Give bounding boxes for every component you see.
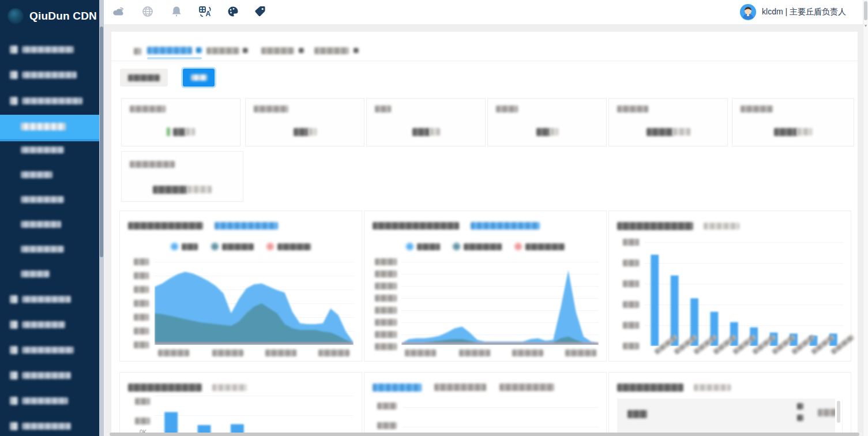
stat-card-1	[121, 98, 241, 146]
redacted-label	[21, 270, 50, 277]
redacted-card-title	[617, 106, 648, 112]
gridline	[403, 427, 599, 427]
sidebar-subitem-4[interactable]	[0, 193, 99, 216]
primary-button-focus-ring	[181, 67, 216, 88]
vertical-scrollbar[interactable]: ▼	[863, 0, 868, 436]
redacted-card-title	[375, 106, 391, 112]
redacted-chart-title	[373, 222, 459, 230]
redacted-card-title	[496, 106, 518, 112]
user-menu[interactable]: klcdm | 主要丘盾负责人	[740, 2, 846, 22]
scroll-down-arrow-icon[interactable]: ▼	[863, 24, 868, 28]
table-scrollbar-track[interactable]	[835, 399, 842, 433]
legend-marker-blue	[171, 243, 178, 250]
primary-button[interactable]	[183, 69, 215, 87]
tab-close-icon[interactable]	[299, 48, 304, 53]
plot-area-bottom-left[interactable]	[155, 396, 353, 436]
chart-card-area-left	[119, 211, 362, 362]
sidebar-item-8[interactable]	[0, 394, 99, 417]
table-header-row	[617, 399, 843, 436]
redacted-chart-tab-active[interactable]	[373, 384, 422, 392]
chart-card-bar-right	[608, 211, 851, 362]
sort-desc-icon[interactable]	[797, 415, 803, 421]
brand[interactable]: QiuDun CDN	[0, 0, 99, 32]
sidebar-item-6[interactable]	[0, 343, 99, 366]
tag-icon[interactable]	[251, 3, 269, 20]
sidebar-item-4[interactable]	[0, 292, 99, 315]
sidebar-item-3-expanded[interactable]	[0, 94, 99, 117]
redacted-card-value	[732, 126, 854, 137]
notification-bell-icon[interactable]	[168, 3, 185, 20]
stat-card-6	[732, 98, 854, 146]
sidebar-item-5[interactable]	[0, 318, 99, 341]
sidebar-subitem-2[interactable]	[0, 143, 99, 166]
redacted-legend-label	[525, 243, 565, 250]
redacted-label	[22, 347, 74, 354]
sidebar-item-3-icon	[10, 97, 18, 105]
redacted-chart-title	[128, 384, 202, 392]
redacted-chart-subtitle	[212, 384, 247, 391]
sidebar-item-2[interactable]	[0, 68, 99, 91]
redacted-label	[22, 46, 74, 53]
sidebar-item-1[interactable]	[0, 43, 99, 66]
vertical-scrollbar-thumb[interactable]	[864, 1, 867, 20]
chart-legend[interactable]	[120, 241, 362, 251]
redacted-label	[22, 397, 68, 404]
sidebar-subitem-active[interactable]	[0, 115, 99, 141]
redacted-card-title	[130, 161, 175, 168]
chart-card-bottom-middle	[364, 372, 607, 436]
redacted-legend-label	[277, 243, 311, 250]
tab-close-icon[interactable]	[354, 48, 359, 53]
sidebar-subitem-3[interactable]	[0, 168, 99, 191]
sidebar-item-8-icon	[10, 397, 18, 405]
redacted-card-value	[122, 184, 243, 194]
table-scrollbar-thumb[interactable]	[837, 401, 840, 423]
redacted-chart-link[interactable]	[471, 222, 540, 230]
cdn-cloud-signal-icon[interactable]	[110, 3, 127, 20]
sidebar-scrollbar[interactable]	[99, 0, 104, 436]
active-tab-underline	[147, 57, 202, 59]
plot-area-middle[interactable]	[401, 262, 599, 345]
globe-icon[interactable]	[139, 3, 156, 20]
sort-asc-icon[interactable]	[797, 403, 803, 409]
legend-marker-red	[266, 243, 274, 250]
chart-card-area-middle	[364, 211, 607, 362]
redacted-column-label	[627, 410, 647, 418]
redacted-chart-tab[interactable]	[499, 384, 554, 391]
chart-legend[interactable]	[365, 241, 606, 251]
sidebar-item-9[interactable]	[0, 419, 99, 436]
tab-close-icon[interactable]	[243, 48, 248, 53]
chart-card-bottom-left: 0K	[119, 372, 362, 436]
redacted-tab-label	[314, 47, 349, 54]
status-accent	[167, 127, 170, 136]
plot-area-left[interactable]	[155, 262, 354, 345]
redacted-card-value	[122, 126, 240, 137]
brand-title: QiuDun CDN	[29, 10, 97, 22]
redacted-tab-label	[206, 47, 239, 54]
redacted-label	[22, 296, 71, 303]
sidebar-subitem-7[interactable]	[0, 267, 99, 290]
sidebar-item-7[interactable]	[0, 369, 99, 392]
legend-marker-blue	[406, 243, 414, 250]
tab-close-icon[interactable]	[196, 47, 202, 53]
user-name-label: klcdm | 主要丘盾负责人	[762, 7, 846, 17]
redacted-chart-link[interactable]	[215, 222, 278, 230]
secondary-button[interactable]	[120, 69, 168, 87]
redacted-card-value	[488, 126, 606, 137]
redacted-chart-title	[128, 222, 203, 230]
tab-collapse-icon[interactable]	[134, 48, 141, 55]
theme-palette-icon[interactable]	[224, 3, 242, 20]
redacted-card-title	[130, 106, 166, 112]
redacted-button-label	[128, 74, 160, 81]
translate-language-icon[interactable]: A	[197, 3, 214, 20]
sidebar: QiuDun CDN	[0, 0, 104, 436]
horizontal-scrollbar-thumb[interactable]	[110, 433, 859, 436]
plot-area-bars[interactable]	[645, 242, 843, 346]
sidebar-subitem-5[interactable]	[0, 217, 99, 240]
horizontal-scrollbar[interactable]	[110, 433, 863, 436]
sidebar-subitem-6[interactable]	[0, 242, 99, 265]
sidebar-scrollbar-thumb[interactable]	[100, 27, 103, 257]
redacted-card-title	[254, 106, 288, 112]
avatar	[740, 4, 756, 20]
redacted-chart-tab[interactable]	[434, 384, 486, 391]
redacted-label	[21, 123, 66, 130]
